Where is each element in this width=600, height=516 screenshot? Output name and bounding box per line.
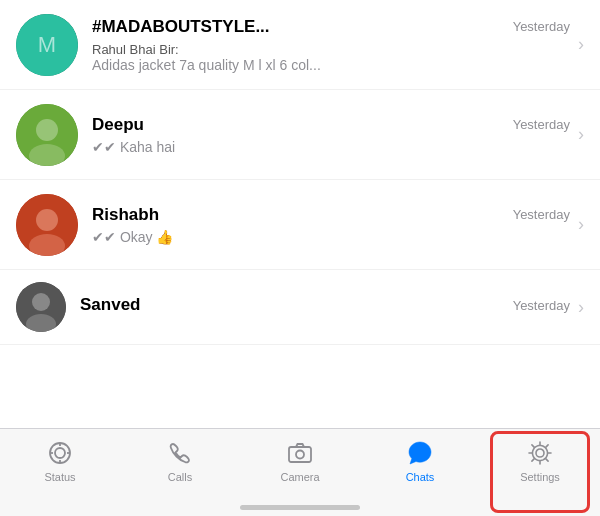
camera-icon (286, 439, 314, 467)
chats-icon (406, 439, 434, 467)
chat-item-madabout[interactable]: M #MADABOUTSTYLE... Yesterday Rahul Bhai… (0, 0, 600, 90)
tab-camera[interactable]: Camera (240, 439, 360, 483)
svg-point-9 (32, 293, 50, 311)
tab-settings[interactable]: Settings (480, 439, 600, 483)
chat-preview-deepu: ✔✔ Kaha hai (92, 139, 512, 155)
tab-bar: Status Calls Camera Chats (0, 428, 600, 516)
avatar-deepu (16, 104, 78, 166)
chat-name-madabout: #MADABOUTSTYLE... (92, 17, 270, 37)
chat-content-deepu: Deepu Yesterday ✔✔ Kaha hai (92, 115, 570, 155)
svg-point-18 (296, 451, 304, 459)
chat-item-deepu[interactable]: Deepu Yesterday ✔✔ Kaha hai › (0, 90, 600, 180)
svg-point-19 (536, 449, 544, 457)
tab-status[interactable]: Status (0, 439, 120, 483)
svg-point-6 (36, 209, 58, 231)
settings-icon (526, 439, 554, 467)
chat-content-sanved: Sanved Yesterday (80, 295, 570, 319)
avatar-madabout: M (16, 14, 78, 76)
chat-subname-madabout: Rahul Bhai Bir: (92, 42, 179, 57)
avatar-sanved (16, 282, 66, 332)
svg-point-12 (55, 448, 65, 458)
avatar-rishabh (16, 194, 78, 256)
svg-text:M: M (38, 32, 56, 57)
chat-name-deepu: Deepu (92, 115, 144, 135)
chevron-sanved: › (578, 297, 584, 318)
home-indicator (240, 505, 360, 510)
chat-content-rishabh: Rishabh Yesterday ✔✔ Okay 👍 (92, 205, 570, 245)
chat-preview2-madabout: Adidas jacket 7a quality M l xl 6 col... (92, 57, 512, 73)
chat-list: M #MADABOUTSTYLE... Yesterday Rahul Bhai… (0, 0, 600, 345)
tab-label-camera: Camera (280, 471, 319, 483)
chat-item-sanved[interactable]: Sanved Yesterday › (0, 270, 600, 345)
tab-label-settings: Settings (520, 471, 560, 483)
chat-item-rishabh[interactable]: Rishabh Yesterday ✔✔ Okay 👍 › (0, 180, 600, 270)
tab-label-calls: Calls (168, 471, 192, 483)
chat-time-sanved: Yesterday (513, 298, 570, 313)
chat-preview-madabout: Rahul Bhai Bir: (92, 41, 512, 57)
svg-point-3 (36, 119, 58, 141)
tab-label-chats: Chats (406, 471, 435, 483)
chevron-madabout: › (578, 34, 584, 55)
chat-content-madabout: #MADABOUTSTYLE... Yesterday Rahul Bhai B… (92, 17, 570, 73)
chat-preview-rishabh: ✔✔ Okay 👍 (92, 229, 512, 245)
chevron-rishabh: › (578, 214, 584, 235)
calls-icon (166, 439, 194, 467)
chevron-deepu: › (578, 124, 584, 145)
chat-time-deepu: Yesterday (513, 117, 570, 132)
tab-calls[interactable]: Calls (120, 439, 240, 483)
chat-name-rishabh: Rishabh (92, 205, 159, 225)
chat-time-madabout: Yesterday (513, 19, 570, 34)
svg-rect-17 (289, 447, 311, 462)
svg-point-20 (533, 446, 548, 461)
tab-chats[interactable]: Chats (360, 439, 480, 483)
status-icon (46, 439, 74, 467)
chat-name-sanved: Sanved (80, 295, 140, 315)
tab-label-status: Status (44, 471, 75, 483)
chat-time-rishabh: Yesterday (513, 207, 570, 222)
